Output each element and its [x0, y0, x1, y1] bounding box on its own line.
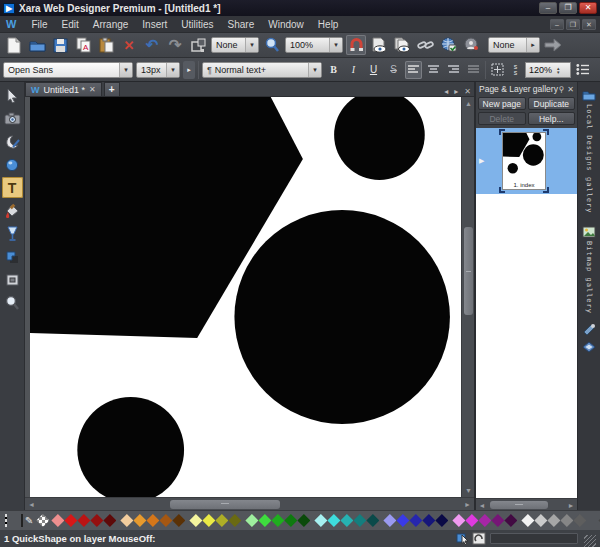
dropdown-arrow-icon[interactable]: ▾ — [245, 38, 258, 52]
spinner-down-icon[interactable]: ▾ — [557, 70, 560, 74]
color-swatch[interactable] — [521, 514, 534, 527]
resize-grip[interactable] — [584, 535, 596, 547]
menu-help[interactable]: Help — [311, 18, 346, 31]
doc-restore-button[interactable]: ❐ — [566, 19, 580, 30]
color-swatch[interactable] — [228, 514, 241, 527]
color-swatch[interactable] — [133, 514, 146, 527]
help-button[interactable]: Help... — [528, 112, 576, 125]
page-list-item-selected[interactable]: ▶ 1. index — [476, 128, 577, 194]
color-swatch[interactable] — [383, 514, 396, 527]
publish-website-icon[interactable] — [438, 35, 458, 55]
color-swatch[interactable] — [452, 514, 465, 527]
doc-minimize-button[interactable]: – — [550, 19, 564, 30]
export-preset-dropdown[interactable]: None ▸ — [488, 37, 540, 53]
color-swatch[interactable] — [340, 514, 353, 527]
color-swatch[interactable] — [547, 514, 560, 527]
underline-button[interactable]: U — [365, 61, 382, 79]
color-swatch[interactable] — [146, 514, 159, 527]
dropdown-arrow-icon[interactable]: ▾ — [119, 63, 132, 77]
horizontal-scrollbar[interactable]: ◄ ► — [25, 497, 474, 510]
color-swatch[interactable] — [396, 514, 409, 527]
align-justify-button[interactable] — [465, 61, 482, 79]
superscript-subscript-button[interactable]: ss — [509, 61, 522, 79]
font-size-dropdown[interactable]: 13px ▾ — [136, 62, 180, 78]
align-right-button[interactable] — [445, 61, 462, 79]
eyedropper-icon[interactable]: ✎ — [25, 514, 33, 527]
horizontal-scroll-thumb[interactable] — [170, 500, 280, 509]
link-icon[interactable] — [415, 35, 435, 55]
dropdown-side-arrow-icon[interactable]: ▸ — [526, 38, 539, 52]
color-swatch[interactable] — [409, 514, 422, 527]
paste-icon[interactable] — [96, 35, 116, 55]
color-swatch[interactable] — [51, 514, 64, 527]
duplicate-button[interactable]: Duplicate — [528, 97, 576, 110]
color-swatch[interactable] — [491, 514, 504, 527]
color-swatch[interactable] — [245, 514, 258, 527]
gallery-close-icon[interactable]: ✕ — [567, 85, 574, 94]
tab-local-designs-gallery[interactable]: Local Designs gallery — [582, 86, 596, 217]
page-thumbnail[interactable]: 1. index — [502, 132, 546, 190]
selection-size-dropdown[interactable]: None ▾ — [211, 37, 259, 53]
color-swatch[interactable] — [435, 514, 448, 527]
color-swatch[interactable] — [478, 514, 491, 527]
menu-insert[interactable]: Insert — [135, 18, 174, 31]
new-tab-button[interactable]: + — [104, 82, 120, 96]
tab-bitmap-gallery[interactable]: Bitmap gallery — [582, 223, 596, 317]
color-swatch[interactable] — [573, 514, 586, 527]
vertical-scroll-thumb[interactable] — [464, 227, 473, 315]
ellipse-tool[interactable] — [2, 154, 23, 175]
color-swatch[interactable] — [314, 514, 327, 527]
doc-close-button[interactable]: ✕ — [582, 19, 596, 30]
rectangle-tool[interactable] — [2, 269, 23, 290]
shape-tool[interactable] — [2, 131, 23, 152]
gallery-scroll-thumb[interactable] — [490, 501, 548, 509]
frame-gallery-icon[interactable] — [582, 341, 596, 353]
color-swatch[interactable] — [172, 514, 185, 527]
close-button[interactable]: ✕ — [579, 2, 597, 14]
current-fill-swatch[interactable] — [5, 514, 7, 527]
color-swatch[interactable] — [159, 514, 172, 527]
color-swatch[interactable] — [189, 514, 202, 527]
tab-untitled1[interactable]: W Untitled1 * ✕ — [25, 82, 102, 96]
scroll-down-icon[interactable]: ▼ — [462, 484, 474, 497]
color-editor-icon[interactable] — [21, 514, 23, 527]
selector-tool[interactable] — [2, 85, 23, 106]
gallery-horizontal-scrollbar[interactable]: ◄ ► — [476, 498, 577, 510]
strikethrough-button[interactable]: S — [385, 61, 402, 79]
menu-utilities[interactable]: Utilities — [174, 18, 220, 31]
indent-marker-icon[interactable] — [489, 61, 506, 79]
new-page-button[interactable]: New page — [478, 97, 526, 110]
dropdown-arrow-icon[interactable]: ▾ — [166, 63, 179, 77]
transparency-tool[interactable] — [2, 223, 23, 244]
menu-edit[interactable]: Edit — [55, 18, 86, 31]
color-swatch[interactable] — [77, 514, 90, 527]
vertical-scrollbar[interactable]: ▲ ▼ — [461, 97, 474, 497]
minimize-button[interactable]: – — [539, 2, 557, 14]
fill-tool[interactable] — [2, 200, 23, 221]
color-swatch[interactable] — [353, 514, 366, 527]
pin-icon[interactable]: ⚲ — [558, 85, 564, 94]
tab-close-icon[interactable]: ✕ — [89, 85, 96, 94]
menu-window[interactable]: Window — [261, 18, 311, 31]
undo-icon[interactable]: ↶ — [142, 35, 162, 55]
maximize-button[interactable]: ❐ — [559, 2, 577, 14]
font-name-dropdown[interactable]: Open Sans ▾ — [3, 62, 133, 78]
text-tool[interactable]: T — [2, 177, 23, 198]
zoom-tool-left[interactable] — [2, 292, 23, 313]
font-size-side-button[interactable]: ▸ — [183, 61, 195, 79]
color-swatch[interactable] — [534, 514, 547, 527]
menu-file[interactable]: File — [24, 18, 54, 31]
color-swatch[interactable] — [297, 514, 310, 527]
menu-arrange[interactable]: Arrange — [86, 18, 136, 31]
no-color-swatch[interactable] — [36, 514, 49, 527]
color-swatch[interactable] — [271, 514, 284, 527]
dropdown-arrow-icon[interactable]: ▾ — [308, 63, 321, 77]
color-swatch[interactable] — [504, 514, 517, 527]
italic-button[interactable]: I — [345, 61, 362, 79]
open-file-icon[interactable] — [27, 35, 47, 55]
color-swatch[interactable] — [327, 514, 340, 527]
color-swatch[interactable] — [465, 514, 478, 527]
save-icon[interactable] — [50, 35, 70, 55]
dropdown-arrow-icon[interactable]: ▾ — [329, 38, 342, 52]
color-swatch[interactable] — [120, 514, 133, 527]
